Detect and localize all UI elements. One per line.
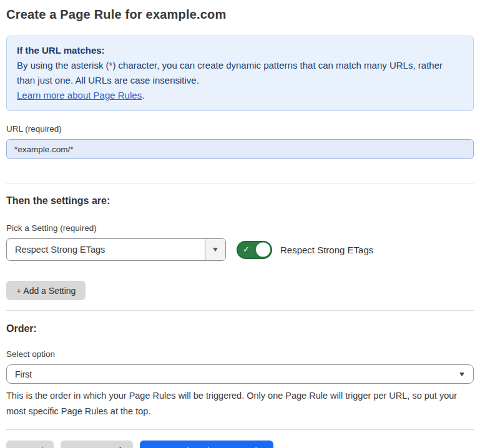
section-divider [6,310,474,311]
save-deploy-button[interactable]: Save and Deploy Page Rule [140,441,273,448]
chevron-down-icon: ▼ [212,246,220,253]
cancel-button[interactable]: Cancel [6,441,54,448]
pick-setting-label: Pick a Setting (required) [6,223,474,233]
url-match-info-box: If the URL matches: By using the asteris… [6,36,474,111]
order-help-text: This is the order in which your Page Rul… [6,388,471,419]
section-divider [6,183,474,183]
link-period: . [142,90,144,100]
setting-dropdown[interactable]: Respect Strong ETags ▼ [6,238,226,261]
order-select-label: Select option [6,349,474,359]
footer-actions: Cancel Save as Draft Save and Deploy Pag… [6,441,474,448]
setting-dropdown-arrow-button[interactable]: ▼ [205,239,225,260]
order-select-value: First [15,369,32,379]
setting-dropdown-value: Respect Strong ETags [7,239,205,260]
create-page-rule-form: Create a Page Rule for example.com If th… [0,0,480,448]
info-box-body: By using the asterisk (*) character, you… [17,58,463,88]
url-field-label: URL (required) [6,124,474,134]
toggle-label: Respect Strong ETags [280,245,373,255]
url-input[interactable] [6,139,474,159]
info-box-link-line: Learn more about Page Rules. [17,88,463,103]
page-title: Create a Page Rule for example.com [6,7,474,22]
chevron-down-icon: ▼ [458,371,466,377]
settings-section-heading: Then the settings are: [6,195,474,207]
order-section-heading: Order: [6,323,474,334]
toggle-knob [256,243,270,257]
footer-divider [6,429,474,430]
learn-more-link[interactable]: Learn more about Page Rules [17,90,142,100]
setting-toggle[interactable]: ✓ [237,241,272,259]
order-select[interactable]: First ▼ [6,364,474,384]
setting-row: Respect Strong ETags ▼ ✓ Respect Strong … [6,238,474,261]
info-box-heading: If the URL matches: [17,43,463,58]
save-draft-button[interactable]: Save as Draft [61,441,134,448]
check-icon: ✓ [243,245,250,254]
add-setting-button[interactable]: + Add a Setting [6,281,86,300]
